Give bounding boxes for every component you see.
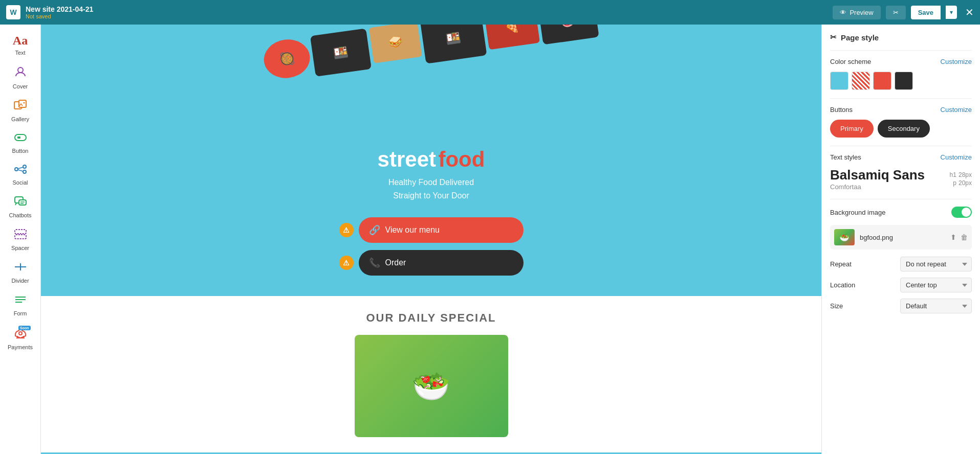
svg-point-22 [19, 332, 22, 335]
text-styles-preview: Balsamiq Sans Comfortaa h1 28px p 20px [830, 167, 972, 191]
save-status: Not saved [26, 13, 93, 19]
font-info: Balsamiq Sans Comfortaa [830, 167, 925, 191]
size-select[interactable]: Default Cover Contain Auto [900, 299, 972, 313]
bg-actions: ⬆ 🗑 [950, 233, 968, 241]
preview-button[interactable]: 👁 Preview [833, 6, 880, 19]
p-size-row: p 20px [953, 179, 972, 187]
btn-row-primary: ⚠ 🔗 View our menu [339, 217, 524, 243]
logo-text: W [10, 8, 16, 16]
sidebar-item-label-payments: Payments [8, 344, 33, 350]
location-label: Location [830, 281, 855, 289]
svg-rect-12 [19, 200, 26, 205]
hero-title-white: street [378, 147, 436, 171]
buttons-preview: Primary Secondary [830, 120, 972, 138]
color-scheme-customize[interactable]: Customize [941, 58, 972, 65]
gallery-icon [14, 100, 27, 114]
btn-row-secondary: ⚠ 📞 Order [339, 250, 524, 276]
tools-button[interactable]: ✂ [886, 6, 906, 19]
buttons-customize[interactable]: Customize [941, 106, 972, 114]
h1-size: 28px [959, 171, 972, 178]
food-item-1: 🥘 [262, 37, 313, 81]
hero-title: street food [378, 147, 485, 172]
hero-subtitle-line2: Straight to Your Door [388, 189, 474, 202]
sidebar-item-social[interactable]: Social [3, 160, 38, 190]
svg-rect-5 [17, 137, 20, 139]
sidebar-item-label-divider: Divider [11, 278, 29, 284]
bg-thumbnail: 🥗 [834, 229, 855, 245]
order-button[interactable]: 📞 Order [359, 250, 524, 276]
swatch-light-blue[interactable] [830, 72, 848, 90]
text-styles-customize[interactable]: Customize [941, 153, 972, 161]
bg-upload-button[interactable]: ⬆ [950, 233, 956, 241]
food-item-3: 🥪 [369, 25, 422, 63]
font-main-name: Balsamiq Sans [830, 167, 925, 183]
preview-secondary-button[interactable]: Secondary [878, 120, 930, 138]
h1-label: h1 [950, 171, 956, 178]
canvas-area: 🥘 🍱 🥪 🍱 🍕 🥩 street food H [41, 25, 821, 454]
right-panel: ✂ Page style Color scheme Customize Butt… [821, 25, 980, 454]
bg-toggle[interactable] [951, 207, 972, 218]
sidebar-item-button[interactable]: Button [3, 128, 38, 158]
button-icon [14, 132, 27, 146]
daily-special-title: OUR DAILY SPECIAL [366, 311, 496, 325]
sidebar-item-divider[interactable]: Divider [3, 257, 38, 288]
divider-3 [830, 146, 972, 146]
divider-4 [830, 199, 972, 199]
svg-point-8 [23, 170, 26, 173]
color-scheme-row: Color scheme Customize [830, 58, 972, 65]
bg-image-label: Background image [830, 209, 885, 216]
close-button[interactable]: ✕ [965, 6, 974, 18]
app-logo: W [6, 5, 20, 19]
bg-filename: bgfood.png [860, 234, 945, 241]
warning-icon-secondary: ⚠ [339, 256, 354, 270]
text-icon: Aa [13, 34, 28, 48]
font-sub-name: Comfortaa [830, 183, 925, 191]
sidebar-item-cover[interactable]: Cover [3, 62, 38, 94]
sidebar-item-form[interactable]: Form [3, 290, 38, 321]
hero-subtitle-line1: Healthy Food Delivered [388, 176, 474, 189]
repeat-select[interactable]: Do not repeat Repeat Repeat X Repeat Y [900, 257, 972, 271]
phone-icon: 📞 [369, 257, 380, 268]
sidebar-item-label-text: Text [15, 50, 25, 56]
preview-primary-button[interactable]: Primary [830, 120, 874, 138]
btn-secondary-label: Order [385, 258, 406, 267]
h1-size-row: h1 28px [950, 171, 972, 178]
color-scheme-label: Color scheme [830, 58, 871, 65]
daily-special-image: 🥗 [355, 335, 508, 437]
food-item-4: 🍱 [420, 25, 487, 64]
buttons-label: Buttons [830, 106, 853, 114]
sidebar-item-label-spacer: Spacer [11, 245, 29, 251]
svg-line-9 [18, 167, 23, 169]
sidebar-item-chatbots[interactable]: Chatbots [3, 192, 38, 222]
site-info: New site 2021-04-21 Not saved [26, 5, 93, 19]
bg-delete-button[interactable]: 🗑 [961, 233, 968, 241]
sidebar-item-spacer[interactable]: Spacer [3, 224, 38, 255]
sidebar-item-label-gallery: Gallery [11, 116, 29, 122]
sidebar-item-label-chatbots: Chatbots [9, 212, 31, 218]
hero-subtitle: Healthy Food Delivered Straight to Your … [388, 176, 474, 202]
location-select[interactable]: Center top Center center Center bottom L… [900, 278, 972, 292]
panel-title: ✂ Page style [830, 33, 972, 42]
save-dropdown-button[interactable]: ▾ [946, 6, 957, 19]
sidebar-item-text[interactable]: Aa Text [3, 30, 38, 60]
svg-point-7 [23, 165, 26, 168]
swatch-black[interactable] [895, 72, 913, 90]
sidebar-item-gallery[interactable]: Gallery [3, 96, 38, 126]
view-menu-button[interactable]: 🔗 View our menu [359, 217, 524, 243]
p-label: p [953, 179, 956, 187]
svg-point-3 [23, 102, 25, 104]
swatch-red[interactable] [873, 72, 891, 90]
repeat-row: Repeat Do not repeat Repeat Repeat X Rep… [830, 257, 972, 271]
spacer-icon [14, 229, 27, 243]
payments-icon: Soon [13, 327, 28, 342]
save-button[interactable]: Save [911, 6, 941, 19]
panel-title-text: Page style [841, 33, 879, 42]
sidebar-item-payments[interactable]: Soon Payments [3, 323, 38, 354]
food-photos: 🥘 🍱 🥪 🍱 🍕 🥩 [41, 25, 821, 137]
svg-rect-16 [15, 235, 26, 239]
link-icon: 🔗 [369, 224, 380, 236]
swatch-striped[interactable] [852, 72, 870, 90]
daily-special-section: OUR DAILY SPECIAL 🥗 [41, 296, 821, 452]
preview-label: Preview [850, 9, 873, 16]
svg-line-10 [18, 170, 23, 171]
